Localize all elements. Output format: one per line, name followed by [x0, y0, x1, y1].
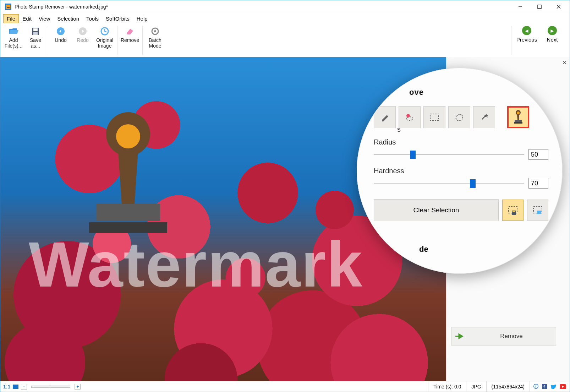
youtube-icon[interactable] [560, 384, 566, 389]
menu-selection[interactable]: Selection [54, 14, 83, 23]
status-dimensions: (1154x864x24) [486, 381, 530, 392]
facebook-icon[interactable]: f [542, 384, 547, 389]
clone-stamp-tool[interactable] [507, 106, 529, 128]
svg-rect-2 [7, 7, 10, 8]
freeform-select-tool[interactable] [448, 106, 470, 128]
remove-action-button[interactable]: Remove [451, 327, 556, 345]
undo-button[interactable]: Undo [50, 24, 72, 57]
arrow-right-icon: ► [548, 26, 557, 35]
add-files-button[interactable]: Add File(s)... [2, 24, 24, 57]
save-selection-button[interactable] [502, 200, 524, 221]
minimize-button[interactable] [511, 1, 530, 13]
svg-rect-1 [6, 5, 10, 9]
eraser-icon [125, 26, 135, 37]
menu-tools[interactable]: Tools [83, 14, 102, 23]
pencil-tool[interactable] [374, 106, 396, 128]
redo-button[interactable]: Redo [72, 24, 94, 57]
svg-rect-9 [33, 32, 38, 35]
info-icon[interactable]: ⓘ [533, 383, 538, 390]
svg-point-20 [406, 114, 410, 118]
title-bar: Photo Stamp Remover - watermarked.jpg* [0, 0, 570, 13]
svg-rect-4 [538, 5, 541, 9]
selection-tools-row [374, 106, 548, 128]
load-selection-button[interactable] [527, 200, 548, 221]
menu-edit[interactable]: Edit [19, 14, 35, 23]
history-icon [99, 26, 110, 37]
svg-rect-25 [515, 120, 522, 122]
redo-icon [77, 26, 88, 37]
run-arrow-icon [451, 333, 467, 340]
status-bar: 1:1 − + Time (s): 0.0 JPG (1154x864x24) … [0, 381, 570, 392]
previous-button[interactable]: ◄ Previous [515, 24, 538, 57]
hardness-value-input[interactable]: 70 [528, 178, 548, 189]
status-format: JPG [466, 381, 486, 392]
gear-icon [150, 26, 160, 37]
fit-screen-button[interactable] [12, 384, 19, 389]
twitter-icon[interactable] [550, 384, 556, 389]
zoom-in-button[interactable]: + [75, 384, 81, 390]
clear-selection-button[interactable]: Clear Selection [374, 199, 499, 221]
undo-icon [55, 26, 66, 37]
svg-rect-17 [96, 204, 160, 221]
svg-rect-8 [33, 28, 38, 31]
color-select-tool[interactable] [399, 106, 421, 128]
save-icon [30, 26, 41, 37]
svg-point-14 [154, 30, 156, 32]
window-controls [511, 1, 568, 13]
original-image-button[interactable]: Original Image [94, 24, 116, 57]
zoom-slider[interactable] [31, 386, 70, 388]
svg-rect-21 [430, 114, 439, 120]
status-time: Time (s): 0.0 [428, 381, 466, 392]
svg-rect-26 [514, 122, 522, 124]
svg-point-16 [116, 124, 140, 148]
magnifier-overlay: ove s [357, 68, 563, 274]
svg-rect-29 [513, 211, 515, 212]
menu-file[interactable]: File [3, 14, 19, 23]
toolbar: Add File(s)... Save as... Undo Redo Orig… [0, 24, 570, 57]
menu-bar: File Edit View Selection Tools SoftOrbit… [0, 13, 570, 24]
stamp-illustration-icon [75, 112, 181, 254]
svg-point-19 [406, 117, 413, 120]
next-button[interactable]: ► Next [541, 24, 564, 57]
close-button[interactable] [549, 1, 568, 13]
menu-help[interactable]: Help [133, 14, 151, 23]
batch-mode-button[interactable]: Batch Mode [144, 24, 166, 57]
svg-rect-18 [89, 222, 167, 233]
save-as-button[interactable]: Save as... [24, 24, 46, 57]
folder-open-icon [8, 26, 19, 37]
main-area: ✕ Watermark Remove ove [0, 57, 570, 381]
remove-button[interactable]: Remove [119, 24, 141, 57]
mode-label-partial: de [419, 245, 428, 254]
radius-slider[interactable] [374, 154, 524, 155]
svg-point-24 [517, 111, 520, 114]
rectangle-select-tool[interactable] [423, 106, 445, 128]
menu-view[interactable]: View [35, 14, 54, 23]
svg-rect-31 [13, 385, 18, 389]
radius-label: Radius [374, 138, 548, 146]
hardness-slider[interactable] [374, 183, 524, 184]
radius-value-input[interactable]: 50 [528, 149, 548, 160]
zoom-out-button[interactable]: − [21, 384, 27, 390]
app-icon [5, 3, 12, 10]
magic-wand-tool[interactable] [473, 106, 495, 128]
zoom-11-button[interactable]: 1:1 [3, 384, 10, 390]
window-title: Photo Stamp Remover - watermarked.jpg* [15, 4, 511, 10]
menu-softorbits[interactable]: SoftOrbits [102, 14, 133, 23]
maximize-button[interactable] [530, 1, 549, 13]
panel-close-button[interactable]: ✕ [562, 59, 567, 66]
hardness-label: Hardness [374, 167, 548, 175]
arrow-left-icon: ◄ [522, 26, 531, 35]
